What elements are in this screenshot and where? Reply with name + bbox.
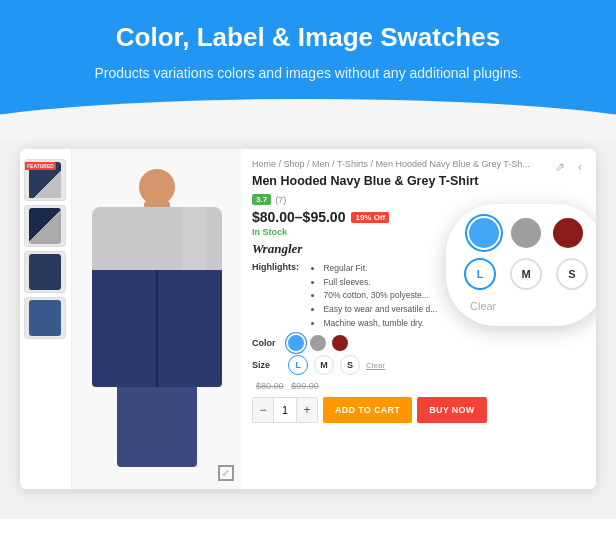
jacket-body (92, 207, 222, 387)
back-icon[interactable]: ‹ (572, 159, 588, 175)
color-section: Color (252, 335, 586, 351)
quantity-increase[interactable]: + (297, 398, 317, 422)
popup-color-swatches (469, 218, 583, 248)
thumbnail-2[interactable] (24, 205, 66, 247)
header-section: Color, Label & Image Swatches Products v… (0, 0, 616, 139)
quantity-value: 1 (273, 398, 297, 422)
color-swatch-gray[interactable] (310, 335, 326, 351)
thumbnail-3[interactable] (24, 251, 66, 293)
person-head (139, 169, 175, 205)
size-label: Size (252, 360, 282, 370)
size-btn-L[interactable]: L (288, 355, 308, 375)
nav-icons: ⇗ ‹ (552, 159, 588, 175)
popup-size-swatches: L M S (464, 258, 588, 290)
swatch-popup: L M S Clear (446, 204, 596, 326)
buy-now-button[interactable]: BUY NOW (417, 397, 486, 423)
person-legs (117, 387, 197, 467)
product-title: Men Hooded Navy Blue & Grey T-Shirt (252, 173, 586, 189)
breadcrumb: Home / Shop / Men / T-Shirts / Men Hoode… (252, 159, 586, 169)
color-swatch-darkred[interactable] (332, 335, 348, 351)
add-to-cart-row: − 1 + ADD TO CART BUY NOW (252, 397, 586, 423)
header-title: Color, Label & Image Swatches (40, 22, 576, 53)
highlights-label: Highlights: (252, 262, 307, 272)
product-card: ⤢ ⇗ ‹ Home / Shop / Men / T-Shirts / Men… (20, 149, 596, 489)
clear-size-link[interactable]: Clear (366, 361, 385, 370)
add-to-cart-button[interactable]: ADD TO CART (323, 397, 412, 423)
size-btn-M[interactable]: M (314, 355, 334, 375)
popup-size-M[interactable]: M (510, 258, 542, 290)
popup-clear-label[interactable]: Clear (470, 300, 496, 312)
main-product-image: ⤢ (72, 149, 242, 489)
thumbnail-strip (20, 149, 72, 489)
discount-badge: 19% Off (351, 212, 389, 223)
color-label: Color (252, 338, 282, 348)
popup-color-blue[interactable] (469, 218, 499, 248)
quantity-decrease[interactable]: − (253, 398, 273, 422)
popup-color-gray[interactable] (511, 218, 541, 248)
thumbnail-4[interactable] (24, 297, 66, 339)
popup-size-S[interactable]: S (556, 258, 588, 290)
rating-badge: 3.7 (252, 194, 271, 205)
product-figure (82, 169, 232, 469)
color-swatch-blue[interactable] (288, 335, 304, 351)
main-area: ⤢ ⇗ ‹ Home / Shop / Men / T-Shirts / Men… (0, 139, 616, 519)
thumbnail-1[interactable] (24, 159, 66, 201)
share-icon[interactable]: ⇗ (552, 159, 568, 175)
rating-count: (7) (275, 195, 286, 205)
quantity-control: − 1 + (252, 397, 318, 423)
popup-color-darkred[interactable] (553, 218, 583, 248)
popup-size-L[interactable]: L (464, 258, 496, 290)
price-main: $80.00–$95.00 (252, 209, 345, 225)
cart-price: $80.00 $99.00 (252, 377, 586, 392)
size-btn-S[interactable]: S (340, 355, 360, 375)
size-section: Size L M S Clear (252, 355, 586, 375)
product-details: ⇗ ‹ Home / Shop / Men / T-Shirts / Men H… (242, 149, 596, 489)
header-subtitle: Products variations colors and images wi… (40, 63, 576, 84)
expand-icon[interactable]: ⤢ (218, 465, 234, 481)
